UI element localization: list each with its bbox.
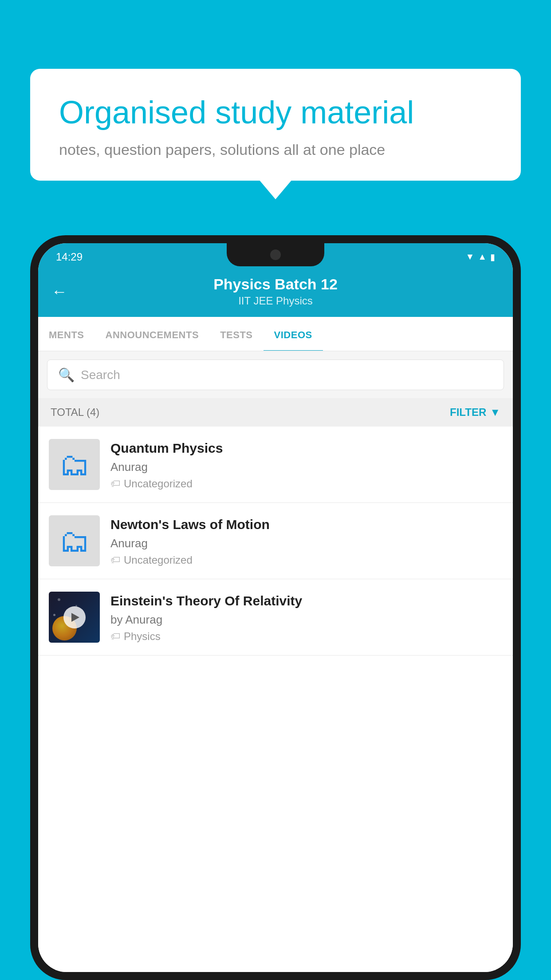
header-title: Physics Batch 12 (76, 276, 475, 293)
phone-screen: 14:29 ▼ ▲ ▮ ← Physics Batch 12 IIT JEE P… (38, 243, 513, 972)
video-author: by Anurag (110, 613, 502, 627)
tabs-bar: MENTS ANNOUNCEMENTS TESTS VIDEOS (38, 317, 513, 352)
video-info: Quantum Physics Anurag 🏷 Uncategorized (110, 439, 502, 490)
tab-videos[interactable]: VIDEOS (264, 317, 323, 351)
signal-icon: ▲ (478, 252, 487, 262)
header-title-group: Physics Batch 12 IIT JEE Physics (76, 276, 475, 307)
play-triangle-icon (71, 613, 79, 622)
search-placeholder: Search (81, 368, 120, 382)
speech-bubble-subtext: notes, question papers, solutions all at… (59, 141, 492, 158)
battery-icon: ▮ (490, 252, 495, 262)
videos-list: 🗂 Quantum Physics Anurag 🏷 Uncategorized (38, 427, 513, 972)
back-button[interactable]: ← (51, 282, 67, 301)
folder-icon: 🗂 (59, 523, 90, 559)
speech-bubble-container: Organised study material notes, question… (30, 69, 521, 181)
speech-bubble: Organised study material notes, question… (30, 69, 521, 181)
total-label: TOTAL (4) (51, 406, 99, 419)
video-thumbnail: 🗂 (49, 439, 100, 490)
video-title: Einstein's Theory Of Relativity (110, 592, 502, 609)
video-info: Einstein's Theory Of Relativity by Anura… (110, 592, 502, 643)
play-button[interactable] (63, 606, 86, 628)
video-author: Anurag (110, 460, 502, 474)
video-thumbnail (49, 592, 100, 643)
search-icon: 🔍 (58, 367, 75, 383)
search-container: 🔍 Search (38, 352, 513, 398)
video-title: Quantum Physics (110, 439, 502, 457)
header-subtitle: IIT JEE Physics (76, 295, 475, 307)
tab-tests[interactable]: TESTS (209, 317, 263, 351)
tag-icon: 🏷 (110, 631, 120, 642)
tab-ments[interactable]: MENTS (38, 317, 95, 351)
list-item[interactable]: 🗂 Newton's Laws of Motion Anurag 🏷 Uncat… (38, 503, 513, 579)
tag-icon: 🏷 (110, 554, 120, 566)
filter-label: FILTER (450, 406, 486, 419)
phone-notch (227, 243, 324, 266)
video-tag: 🏷 Physics (110, 630, 502, 643)
filter-icon: ▼ (490, 406, 500, 419)
filter-button[interactable]: FILTER ▼ (450, 406, 500, 419)
tab-announcements[interactable]: ANNOUNCEMENTS (95, 317, 210, 351)
video-author: Anurag (110, 537, 502, 550)
list-item[interactable]: 🗂 Quantum Physics Anurag 🏷 Uncategorized (38, 427, 513, 503)
wifi-icon: ▼ (465, 252, 474, 262)
video-tag: 🏷 Uncategorized (110, 478, 502, 490)
video-thumb-image (49, 592, 100, 643)
tag-label: Uncategorized (124, 554, 193, 566)
tag-icon: 🏷 (110, 478, 120, 490)
phone-camera (270, 249, 281, 260)
tag-label: Physics (124, 630, 161, 643)
phone-outer: 14:29 ▼ ▲ ▮ ← Physics Batch 12 IIT JEE P… (30, 235, 521, 980)
video-tag: 🏷 Uncategorized (110, 554, 502, 566)
speech-bubble-heading: Organised study material (59, 93, 492, 131)
folder-icon: 🗂 (59, 447, 90, 482)
search-bar[interactable]: 🔍 Search (47, 360, 504, 390)
phone-wrapper: 14:29 ▼ ▲ ▮ ← Physics Batch 12 IIT JEE P… (30, 235, 521, 980)
tag-label: Uncategorized (124, 478, 193, 490)
video-info: Newton's Laws of Motion Anurag 🏷 Uncateg… (110, 516, 502, 566)
video-thumbnail: 🗂 (49, 515, 100, 566)
video-title: Newton's Laws of Motion (110, 516, 502, 533)
app-header: ← Physics Batch 12 IIT JEE Physics (38, 268, 513, 317)
status-icons: ▼ ▲ ▮ (465, 252, 495, 262)
filter-bar: TOTAL (4) FILTER ▼ (38, 398, 513, 427)
list-item[interactable]: Einstein's Theory Of Relativity by Anura… (38, 579, 513, 656)
status-time: 14:29 (56, 251, 83, 263)
